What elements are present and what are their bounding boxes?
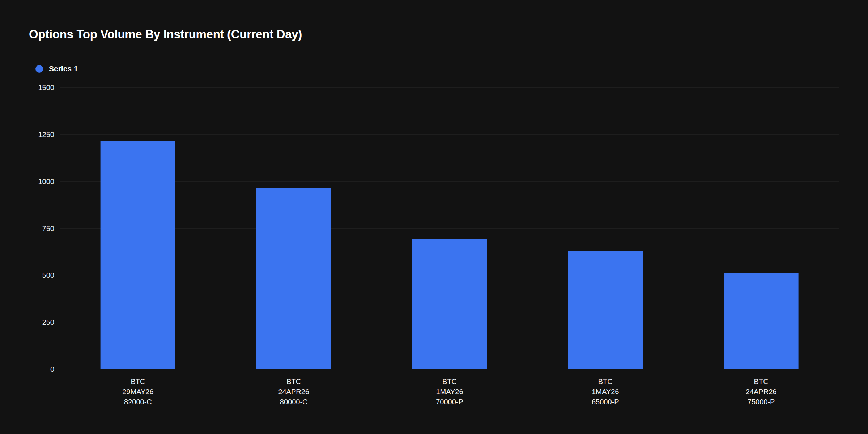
chart-panel: Options Top Volume By Instrument (Curren…: [0, 0, 868, 434]
x-axis-label-BTC-29MAY26-82000-C: BTC29MAY2682000-C: [60, 376, 216, 407]
bar-BTC-1MAY26-65000-P[interactable]: [568, 251, 643, 369]
x-axis-label-line: BTC: [372, 376, 528, 387]
x-axis-label-line: BTC: [216, 376, 372, 387]
x-axis: BTC29MAY2682000-CBTC24APR2680000-CBTC1MA…: [60, 376, 839, 407]
y-axis-tick-label-1250: 1250: [38, 130, 55, 139]
x-axis-label-line: 82000-C: [60, 397, 216, 407]
bar-BTC-1MAY26-70000-P[interactable]: [412, 239, 487, 369]
legend-item-series-1[interactable]: Series 1: [35, 64, 78, 73]
bar-slot: [683, 88, 839, 369]
chart-title: Options Top Volume By Instrument (Curren…: [29, 27, 302, 41]
bar-slot: [216, 88, 372, 369]
x-axis-label-BTC-1MAY26-65000-P: BTC1MAY2665000-P: [527, 376, 683, 407]
y-axis-tick-label-250: 250: [42, 318, 54, 327]
x-axis-label-line: BTC: [527, 376, 683, 387]
x-axis-label-line: 29MAY26: [60, 387, 216, 397]
x-axis-label-line: BTC: [683, 376, 839, 387]
y-axis: 0250500750100012501500: [0, 88, 54, 369]
x-axis-label-line: 24APR26: [683, 387, 839, 397]
x-axis-label-line: 65000-P: [527, 397, 683, 407]
x-axis-label-line: 80000-C: [216, 397, 372, 407]
y-axis-tick-label-0: 0: [50, 365, 54, 374]
y-axis-tick-label-1500: 1500: [38, 84, 55, 92]
legend: Series 1: [35, 64, 78, 74]
y-axis-tick-label-500: 500: [42, 271, 54, 280]
x-axis-label-line: 70000-P: [372, 397, 528, 407]
bar-slot: [60, 88, 216, 369]
bar-BTC-29MAY26-82000-C[interactable]: [101, 141, 175, 369]
plot-area: [60, 88, 839, 369]
x-axis-label-BTC-24APR26-80000-C: BTC24APR2680000-C: [216, 376, 372, 407]
bar-slot: [527, 88, 683, 369]
legend-label: Series 1: [49, 64, 78, 73]
bar-BTC-24APR26-75000-P[interactable]: [724, 273, 799, 369]
y-axis-tick-label-750: 750: [42, 224, 54, 233]
x-axis-label-line: 1MAY26: [372, 387, 528, 397]
legend-marker-circle-icon: [35, 65, 43, 73]
y-axis-tick-label-1000: 1000: [38, 177, 55, 186]
bar-BTC-24APR26-80000-C[interactable]: [256, 188, 331, 369]
x-axis-label-line: 1MAY26: [527, 387, 683, 397]
x-axis-label-line: BTC: [60, 376, 216, 387]
bars-row: [60, 88, 839, 369]
x-axis-label-BTC-24APR26-75000-P: BTC24APR2675000-P: [683, 376, 839, 407]
x-axis-label-BTC-1MAY26-70000-P: BTC1MAY2670000-P: [372, 376, 528, 407]
x-axis-label-line: 24APR26: [216, 387, 372, 397]
bar-slot: [372, 88, 528, 369]
x-axis-label-line: 75000-P: [683, 397, 839, 407]
